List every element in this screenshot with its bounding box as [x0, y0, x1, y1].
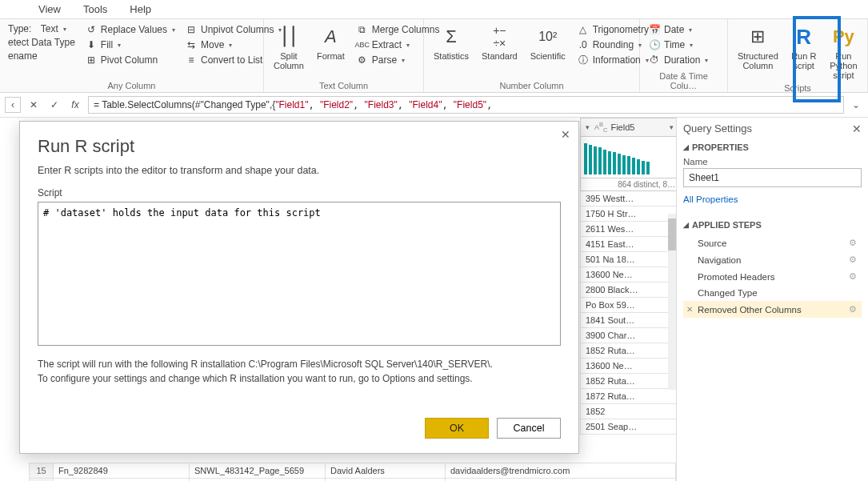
cancel-button[interactable]: Cancel: [497, 418, 561, 439]
caret-icon: ◢: [683, 143, 689, 151]
round-icon: .0: [577, 38, 590, 51]
cell[interactable]: 501 Na 18…: [580, 252, 676, 267]
cancel-formula-button[interactable]: ✕: [26, 97, 42, 113]
standard-button[interactable]: +−÷×Standard: [477, 22, 522, 79]
menu-tools[interactable]: Tools: [83, 3, 107, 15]
applied-steps-list: Source⚙Navigation⚙Promoted Headers⚙Chang…: [683, 234, 862, 318]
formula-bar: ‹ ✕ ✓ fx = Table.SelectColumns(#"Changed…: [0, 93, 868, 118]
dialog-info: The script will run with the following R…: [38, 357, 561, 386]
column-header[interactable]: ▾ ABC Field5 ▾: [580, 118, 676, 137]
cell[interactable]: 13600 Ne…: [580, 359, 676, 374]
ribbon-group-number-column: ΣStatistics +−÷×Standard 10²Scientific △…: [424, 19, 640, 92]
menu-bar: View Tools Help: [0, 0, 868, 19]
run-r-script-dialog: ✕ Run R script Enter R scripts into the …: [19, 121, 579, 454]
ribbon-group-text-column: ⎮⎮ Split Column A Format ⧉Merge Columns …: [264, 19, 424, 92]
gear-icon[interactable]: ⚙: [849, 271, 857, 282]
calendar-icon: 📅: [648, 23, 661, 36]
cell[interactable]: 2800 Black…: [580, 283, 676, 298]
cell[interactable]: Po Box 59…: [580, 298, 676, 313]
table-row[interactable]: 15Fn_9282849SNWL_483142_Page_5659David A…: [30, 463, 676, 479]
cell[interactable]: 1852: [580, 404, 676, 419]
vertical-scrollbar[interactable]: [668, 214, 676, 390]
fill-icon: ⬇: [85, 38, 98, 51]
applied-step[interactable]: Navigation⚙: [683, 251, 862, 268]
unpivot-icon: ⊟: [185, 23, 198, 36]
cell[interactable]: 13600 Ne…: [580, 267, 676, 283]
formula-input[interactable]: = Table.SelectColumns(#"Changed Type",{"…: [88, 96, 844, 114]
statistics-button[interactable]: ΣStatistics: [429, 22, 474, 79]
cell[interactable]: 395 Westt…: [580, 191, 676, 206]
collapse-navigator-button[interactable]: ‹: [5, 97, 21, 113]
data-type-button[interactable]: Type: Text▾: [5, 22, 78, 35]
dialog-title: Run R script: [38, 136, 561, 157]
gear-icon[interactable]: ⚙: [849, 255, 857, 265]
dialog-subtitle: Enter R scripts into the editor to trans…: [38, 165, 561, 176]
cell[interactable]: 3900 Char…: [580, 328, 676, 343]
gear-icon[interactable]: ⚙: [849, 238, 857, 248]
cell[interactable]: 1872 Ruta…: [580, 389, 676, 404]
cell[interactable]: 2501 Seap…: [580, 419, 676, 435]
applied-steps-header[interactable]: ◢APPLIED STEPS: [683, 220, 862, 230]
ribbon-group-date-time: 📅Date▾ 🕒Time▾ ⏱Duration▾ Date & Time Col…: [640, 19, 728, 92]
accept-formula-button[interactable]: ✓: [46, 97, 62, 113]
format-button[interactable]: A Format: [312, 22, 350, 79]
cell[interactable]: 1852 Ruta…: [580, 343, 676, 359]
ok-button[interactable]: OK: [425, 418, 489, 439]
clock-icon: 🕒: [648, 38, 661, 51]
python-icon: Py: [830, 24, 856, 50]
close-dialog-button[interactable]: ✕: [561, 128, 570, 141]
applied-step[interactable]: Changed Type: [683, 285, 862, 301]
run-r-script-button[interactable]: RRun R script: [786, 22, 822, 82]
column-filter-icon[interactable]: ▾: [586, 123, 590, 131]
cell[interactable]: 1750 H Str…: [580, 206, 676, 222]
column-sort-icon[interactable]: ▾: [670, 123, 674, 131]
properties-section-header[interactable]: ◢PROPERTIES: [683, 142, 862, 152]
fx-button[interactable]: fx: [67, 97, 83, 113]
script-textarea[interactable]: [38, 202, 561, 346]
expand-formula-button[interactable]: ⌄: [849, 99, 863, 110]
pivot-column-button[interactable]: ⊞Pivot Column: [82, 53, 178, 67]
column-name: Field5: [610, 122, 634, 132]
ribbon: Type: Text▾ etect Data Type ename ↺Repla…: [0, 19, 868, 93]
detect-data-type-button[interactable]: etect Data Type: [5, 36, 78, 49]
menu-view[interactable]: View: [38, 3, 61, 15]
trig-icon: △: [577, 23, 590, 36]
duration-button[interactable]: ⏱Duration▾: [645, 53, 711, 67]
run-python-script-button[interactable]: PyRun Python script: [825, 22, 862, 82]
structured-column-button[interactable]: ⊞Structured Column: [733, 22, 783, 82]
info-icon: ⓘ: [577, 54, 590, 66]
list-icon: ≡: [185, 54, 198, 66]
split-column-button[interactable]: ⎮⎮ Split Column: [269, 22, 309, 79]
ribbon-group-label: Number Column: [429, 79, 634, 90]
date-button[interactable]: 📅Date▾: [645, 22, 711, 37]
table-row[interactable]: 16Fn_9282850SNWL_483142_Page_5659Donna A…: [30, 479, 676, 482]
close-panel-button[interactable]: ✕: [852, 122, 862, 135]
cell[interactable]: 1841 Sout…: [580, 313, 676, 328]
cell[interactable]: 2611 Wes…: [580, 222, 676, 237]
applied-step[interactable]: Promoted Headers⚙: [683, 268, 862, 285]
query-name-input[interactable]: [683, 168, 862, 187]
time-button[interactable]: 🕒Time▾: [645, 38, 711, 52]
menu-help[interactable]: Help: [130, 3, 151, 15]
ribbon-group-label: Any Column: [5, 79, 258, 90]
cell[interactable]: 4151 East…: [580, 237, 676, 252]
column-profile-chart: [580, 137, 676, 178]
query-settings-panel: ✕ Query Settings ◢PROPERTIES Name All Pr…: [676, 118, 868, 481]
caret-icon: ◢: [683, 221, 689, 229]
scientific-button[interactable]: 10²Scientific: [526, 22, 570, 79]
cell[interactable]: 1852 Ruta…: [580, 374, 676, 389]
type-icon: ABC: [594, 121, 607, 134]
parse-icon: ⚙: [356, 54, 369, 66]
rename-button[interactable]: ename: [5, 50, 78, 62]
replace-icon: ↺: [85, 23, 98, 36]
format-icon: A: [318, 24, 343, 50]
duration-icon: ⏱: [648, 54, 661, 66]
all-properties-link[interactable]: All Properties: [683, 194, 738, 204]
fill-button[interactable]: ⬇Fill▾: [82, 38, 178, 52]
applied-step[interactable]: Removed Other Columns⚙: [683, 301, 862, 318]
ribbon-group-any-column: Type: Text▾ etect Data Type ename ↺Repla…: [0, 19, 264, 92]
applied-step[interactable]: Source⚙: [683, 234, 862, 251]
gear-icon[interactable]: ⚙: [849, 304, 857, 315]
scientific-icon: 10²: [535, 24, 561, 50]
replace-values-button[interactable]: ↺Replace Values▾: [82, 22, 178, 37]
